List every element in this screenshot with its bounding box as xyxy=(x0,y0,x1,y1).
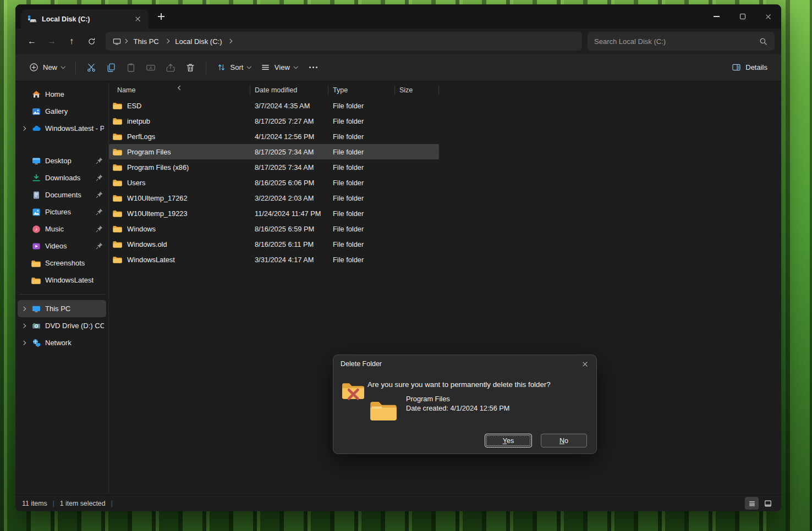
rename-button[interactable]: A xyxy=(141,59,161,76)
sidebar-item-this-pc[interactable]: This PC xyxy=(18,300,106,317)
pictures-icon xyxy=(31,207,41,217)
this-pc-icon xyxy=(112,37,122,46)
sidebar-divider xyxy=(19,294,105,295)
back-button[interactable]: ← xyxy=(22,32,42,51)
file-row-program-files[interactable]: Program Files 8/17/2025 7:34 AM File fol… xyxy=(109,144,439,159)
sidebar-item-label: Videos xyxy=(45,242,67,250)
file-row-windows[interactable]: Windows 8/16/2025 6:59 PM File folder xyxy=(109,221,439,236)
forward-button[interactable]: → xyxy=(42,32,62,51)
sidebar-item-documents[interactable]: Documents xyxy=(18,186,106,203)
sidebar-item-home[interactable]: Home xyxy=(18,86,106,103)
file-row-perflogs[interactable]: PerfLogs 4/1/2024 12:56 PM File folder xyxy=(109,129,439,144)
sidebar-item-label: Screenshots xyxy=(45,259,85,267)
file-row-w10ultemp-17262[interactable]: W10Ultemp_17262 3/22/2024 2:03 AM File f… xyxy=(109,190,439,206)
status-divider: | xyxy=(53,500,54,507)
file-row-windows-old[interactable]: Windows.old 8/16/2025 6:11 PM File folde… xyxy=(109,236,439,252)
file-row-inetpub[interactable]: inetpub 8/17/2025 7:27 AM File folder xyxy=(109,113,439,129)
sidebar-item-screenshots[interactable]: Screenshots xyxy=(18,255,106,272)
column-header-type[interactable]: Type xyxy=(328,85,395,95)
dialog-title-bar: Delete Folder xyxy=(333,355,596,373)
view-button[interactable]: View xyxy=(256,59,302,76)
tab-close-icon[interactable] xyxy=(131,13,144,26)
sidebar-item-label: This PC xyxy=(45,305,70,313)
dialog-close-icon[interactable] xyxy=(577,357,593,370)
details-label: Details xyxy=(745,63,767,71)
sidebar-item-onedrive[interactable]: WindowsLatest - Pe xyxy=(18,120,106,137)
dialog-body: Are you sure you want to permanently del… xyxy=(333,373,596,454)
command-bar: New A xyxy=(15,54,781,81)
chevron-right-icon[interactable] xyxy=(21,341,26,345)
delete-folder-icon xyxy=(342,381,365,401)
sidebar-item-desktop[interactable]: Desktop xyxy=(18,152,106,169)
downloads-icon xyxy=(31,173,41,182)
breadcrumb-chevron-icon xyxy=(123,39,128,43)
pin-icon xyxy=(96,174,104,182)
sidebar-item-windowslatest[interactable]: WindowsLatest xyxy=(18,272,106,289)
no-button[interactable]: No xyxy=(541,434,587,447)
file-row-windowslatest[interactable]: WindowsLatest 3/31/2024 4:17 AM File fol… xyxy=(109,252,439,267)
chevron-down-icon xyxy=(294,64,298,69)
cut-button[interactable] xyxy=(81,59,101,76)
sort-label: Sort xyxy=(231,63,244,71)
sidebar-item-videos[interactable]: Videos xyxy=(18,237,106,255)
sidebar-item-label: Pictures xyxy=(45,208,71,216)
sidebar-item-dvd-drive[interactable]: DVD Drive (D:) CCC xyxy=(18,317,106,334)
this-pc-icon xyxy=(31,304,41,313)
svg-text:♪: ♪ xyxy=(35,226,37,232)
sidebar-item-downloads[interactable]: Downloads xyxy=(18,169,106,186)
thumbnail-view-button[interactable] xyxy=(761,497,775,510)
minimize-button[interactable] xyxy=(704,4,729,29)
column-header-size[interactable]: Size xyxy=(395,85,439,95)
sidebar-item-music[interactable]: ♪ Music xyxy=(18,220,106,237)
sidebar-item-pictures[interactable]: Pictures xyxy=(18,203,106,220)
address-bar[interactable]: This PC Local Disk (C:) xyxy=(106,32,582,51)
column-header-date-modified[interactable]: Date modified xyxy=(250,85,328,95)
breadcrumb-local-disk[interactable]: Local Disk (C:) xyxy=(171,36,226,47)
chevron-right-icon[interactable] xyxy=(21,307,26,311)
new-tab-button[interactable] xyxy=(153,8,169,25)
sidebar-item-network[interactable]: Network xyxy=(18,334,106,351)
tab-local-disk-c[interactable]: Local Disk (C:) xyxy=(21,9,149,29)
sidebar-item-label: Downloads xyxy=(45,174,80,182)
copy-button[interactable] xyxy=(101,59,121,76)
file-row-users[interactable]: Users 8/16/2025 6:06 PM File folder xyxy=(109,175,439,190)
delete-button[interactable] xyxy=(180,59,200,76)
pin-icon xyxy=(96,157,104,165)
sort-button[interactable]: Sort xyxy=(212,59,256,76)
yes-button[interactable]: Yes xyxy=(485,434,532,447)
up-button[interactable]: ↑ xyxy=(62,32,81,51)
search-icon[interactable] xyxy=(759,37,768,46)
file-row-esd[interactable]: ESD 3/7/2024 4:35 AM File folder xyxy=(109,98,439,113)
dialog-item-date: Date created: 4/1/2024 12:56 PM xyxy=(406,404,510,412)
new-button[interactable]: New xyxy=(24,59,70,76)
sidebar-item-gallery[interactable]: Gallery xyxy=(18,103,106,120)
details-view-button[interactable] xyxy=(745,497,759,510)
share-button[interactable] xyxy=(161,59,180,76)
new-plus-icon xyxy=(29,63,39,72)
chevron-right-icon[interactable] xyxy=(21,126,26,131)
more-options-button[interactable] xyxy=(302,63,325,72)
sidebar-item-label: Desktop xyxy=(45,157,72,165)
dialog-buttons: Yes No xyxy=(485,434,587,447)
folder-icon xyxy=(113,256,122,263)
chevron-right-icon[interactable] xyxy=(21,324,26,328)
folder-icon xyxy=(113,209,122,217)
paste-button[interactable] xyxy=(121,59,141,76)
sidebar-item-label: Music xyxy=(45,225,64,233)
maximize-button[interactable] xyxy=(729,4,755,29)
search-input[interactable] xyxy=(594,37,754,46)
file-row-w10ultemp-19223[interactable]: W10Ultemp_19223 11/24/2024 11:47 PM File… xyxy=(109,206,439,221)
file-row-program-files-x86[interactable]: Program Files (x86) 8/17/2025 7:34 AM Fi… xyxy=(109,159,439,175)
details-pane-button[interactable]: Details xyxy=(727,59,772,76)
selected-count: 1 item selected xyxy=(60,500,106,507)
refresh-button[interactable] xyxy=(81,32,101,51)
dialog-message: Are you sure you want to permanently del… xyxy=(367,380,551,389)
new-label: New xyxy=(43,63,57,71)
tab-title: Local Disk (C:) xyxy=(42,15,126,23)
breadcrumb-chevron-icon[interactable] xyxy=(228,39,232,43)
close-button[interactable] xyxy=(755,4,781,29)
search-box[interactable] xyxy=(588,32,775,51)
breadcrumb-this-pc[interactable]: This PC xyxy=(129,36,163,47)
file-rows: ESD 3/7/2024 4:35 AM File folder inetpub… xyxy=(109,98,439,267)
sidebar: Home Gallery WindowsLatest - Pe xyxy=(15,81,109,495)
